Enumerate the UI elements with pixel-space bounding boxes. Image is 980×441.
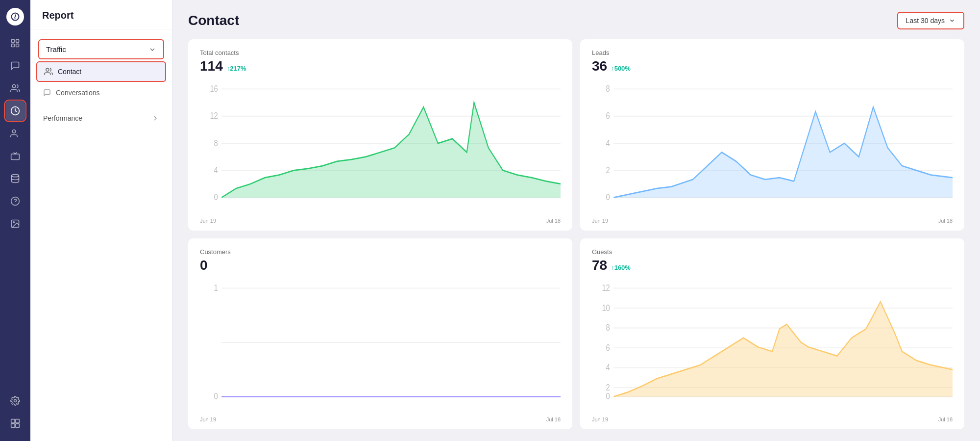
- nav-media[interactable]: [5, 214, 25, 233]
- contact-menu-item[interactable]: Contact: [36, 61, 166, 82]
- leads-date-start: Jun 19: [592, 218, 608, 224]
- total-contacts-dates: Jun 19 Jul 18: [200, 218, 561, 224]
- leads-chart: 8 6 4 2 0: [592, 80, 953, 216]
- svg-rect-18: [16, 424, 20, 428]
- nav-reports[interactable]: [5, 101, 25, 121]
- svg-rect-16: [16, 419, 20, 423]
- leads-date-end: Jul 18: [938, 218, 953, 224]
- nav-settings[interactable]: [5, 391, 25, 411]
- svg-text:4: 4: [606, 362, 610, 372]
- guests-change: ↑160%: [611, 264, 631, 271]
- svg-text:12: 12: [602, 283, 610, 293]
- customers-date-end: Jul 18: [546, 416, 561, 422]
- svg-rect-3: [12, 44, 15, 47]
- conversations-icon: [43, 89, 51, 97]
- traffic-label: Traffic: [46, 45, 66, 53]
- nav-dashboard[interactable]: [5, 33, 25, 53]
- date-filter-button[interactable]: Last 30 days: [897, 12, 964, 29]
- customers-chart: 1 0: [200, 279, 561, 415]
- customers-date-start: Jun 19: [200, 416, 216, 422]
- svg-text:4: 4: [606, 138, 610, 148]
- svg-rect-15: [11, 419, 15, 423]
- nav-inbox[interactable]: [5, 56, 25, 76]
- svg-text:6: 6: [606, 111, 610, 121]
- svg-point-14: [14, 400, 17, 402]
- chevron-down-icon: [949, 17, 956, 24]
- conversations-label: Conversations: [56, 89, 100, 97]
- total-contacts-card: Total contacts 114 ↑217% 16 12 8 4: [188, 39, 572, 231]
- svg-point-9: [12, 175, 19, 177]
- guests-card: Guests 78 ↑160% 12 10 8 6 4: [580, 238, 964, 430]
- nav-contacts[interactable]: [5, 78, 25, 98]
- icon-sidebar: [0, 0, 30, 441]
- customers-value-row: 0: [200, 258, 561, 273]
- leads-value-row: 36 ↑500%: [592, 58, 953, 74]
- svg-point-7: [12, 130, 16, 133]
- guests-date-end: Jul 18: [938, 416, 953, 422]
- svg-rect-8: [11, 154, 20, 160]
- svg-text:4: 4: [214, 165, 218, 175]
- leads-card: Leads 36 ↑500% 8 6 4 2 0: [580, 39, 964, 231]
- svg-point-19: [46, 68, 49, 71]
- nav-team[interactable]: [5, 124, 25, 143]
- total-contacts-change: ↑217%: [227, 65, 246, 72]
- performance-label: Performance: [43, 114, 82, 122]
- nav-apps[interactable]: [5, 414, 25, 433]
- total-contacts-date-end: Jul 18: [546, 218, 561, 224]
- guests-value-row: 78 ↑160%: [592, 258, 953, 273]
- leads-dates: Jun 19 Jul 18: [592, 218, 953, 224]
- main-content: Contact Last 30 days Total contacts 114 …: [172, 0, 980, 441]
- chevron-down-icon: [148, 46, 156, 53]
- nav-help[interactable]: [5, 191, 25, 211]
- guests-label: Guests: [592, 248, 953, 256]
- performance-left: Performance: [43, 114, 82, 122]
- svg-text:16: 16: [210, 83, 218, 94]
- svg-text:12: 12: [210, 111, 218, 121]
- nav-campaigns[interactable]: [5, 146, 25, 166]
- svg-point-13: [13, 222, 14, 223]
- app-logo: [6, 8, 24, 26]
- total-contacts-chart: 16 12 8 4 0: [200, 80, 561, 216]
- svg-rect-1: [12, 40, 15, 43]
- guests-chart: 12 10 8 6 4 2 0: [592, 279, 953, 415]
- svg-text:0: 0: [606, 391, 610, 401]
- nav-database[interactable]: [5, 169, 25, 188]
- svg-text:8: 8: [606, 322, 610, 333]
- total-contacts-number: 114: [200, 58, 223, 74]
- traffic-dropdown[interactable]: Traffic: [38, 39, 164, 59]
- svg-text:6: 6: [606, 342, 610, 353]
- svg-text:2: 2: [606, 165, 610, 175]
- leads-label: Leads: [592, 49, 953, 56]
- svg-point-5: [12, 85, 16, 88]
- performance-menu-item[interactable]: Performance: [36, 109, 166, 127]
- svg-text:0: 0: [214, 391, 218, 401]
- traffic-section: Traffic Contact Conversations: [30, 29, 172, 107]
- contact-label: Contact: [58, 68, 81, 76]
- customers-dates: Jun 19 Jul 18: [200, 416, 561, 422]
- contact-icon: [44, 67, 53, 76]
- leads-change: ↑500%: [611, 65, 631, 72]
- conversations-menu-item[interactable]: Conversations: [36, 84, 166, 102]
- chevron-right-icon: [151, 114, 159, 122]
- leads-number: 36: [592, 58, 607, 74]
- svg-text:0: 0: [606, 192, 610, 203]
- total-contacts-date-start: Jun 19: [200, 218, 216, 224]
- main-header: Contact Last 30 days: [172, 0, 980, 39]
- page-title: Contact: [188, 13, 239, 28]
- svg-rect-17: [11, 424, 15, 428]
- charts-grid: Total contacts 114 ↑217% 16 12 8 4: [172, 39, 980, 441]
- guests-date-start: Jun 19: [592, 416, 608, 422]
- svg-rect-2: [16, 40, 19, 43]
- total-contacts-label: Total contacts: [200, 49, 561, 56]
- svg-text:8: 8: [214, 138, 218, 148]
- guests-dates: Jun 19 Jul 18: [592, 416, 953, 422]
- conversations-left: Conversations: [43, 89, 100, 97]
- guests-number: 78: [592, 258, 607, 273]
- left-panel: Report Traffic Contact Conversations Per…: [30, 0, 172, 441]
- panel-title: Report: [30, 0, 172, 29]
- svg-rect-4: [16, 44, 19, 47]
- customers-number: 0: [200, 258, 208, 273]
- total-contacts-value-row: 114 ↑217%: [200, 58, 561, 74]
- svg-text:1: 1: [214, 283, 218, 293]
- customers-label: Customers: [200, 248, 561, 256]
